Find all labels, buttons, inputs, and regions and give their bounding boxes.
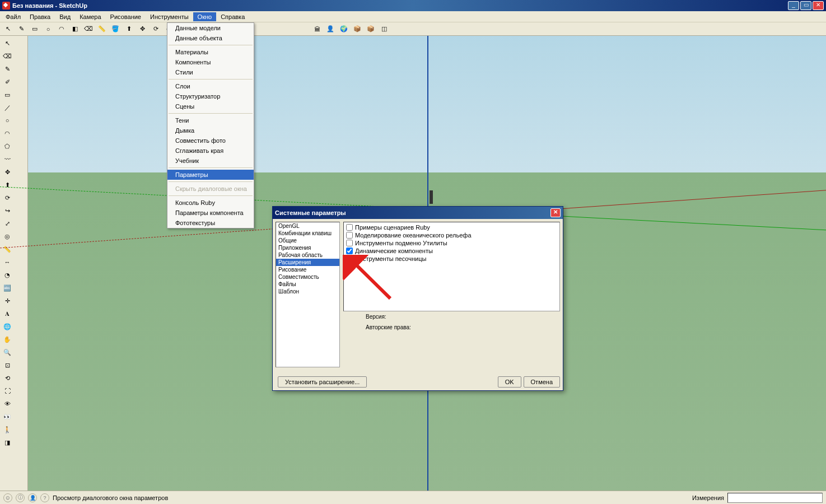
arc2-icon[interactable]: ◠ xyxy=(1,127,13,139)
info-icon[interactable]: ⓘ xyxy=(16,493,25,502)
line-tool-icon[interactable]: ✎ xyxy=(16,24,27,35)
eraser-icon[interactable]: ⌫ xyxy=(1,50,13,62)
ok-button[interactable]: OK xyxy=(498,376,521,388)
arc-tool-icon[interactable]: ◠ xyxy=(56,24,67,35)
menu-help[interactable]: Справка xyxy=(216,12,249,21)
dialog-close-button[interactable]: ✕ xyxy=(550,208,561,217)
position-camera-icon[interactable]: 👁 xyxy=(1,398,13,410)
dd-entity-info[interactable]: Данные объекта xyxy=(167,33,254,43)
offset-icon[interactable]: ◎ xyxy=(1,230,13,242)
pencil2-icon[interactable]: ✐ xyxy=(1,76,13,88)
tape-measure-icon[interactable]: 📏 xyxy=(96,24,108,35)
zoom-extents2-icon[interactable]: ⛶ xyxy=(1,385,13,397)
pushpull-tool-icon[interactable]: ⬆ xyxy=(123,24,134,35)
close-button[interactable]: ✕ xyxy=(813,1,824,10)
preferences-category-list[interactable]: OpenGL Комбинации клавиш Общие Приложени… xyxy=(276,222,340,367)
zoom-prev-icon[interactable]: ⟲ xyxy=(1,372,13,384)
geo-icon[interactable]: ⊙ xyxy=(3,493,12,502)
pan-icon[interactable]: ✋ xyxy=(1,333,13,346)
pencil-icon[interactable]: ✎ xyxy=(1,63,13,75)
axes-icon[interactable]: ✛ xyxy=(1,295,13,307)
install-extension-button[interactable]: Установить расширение... xyxy=(278,376,367,388)
cat-compatibility[interactable]: Совместимость xyxy=(276,273,339,281)
section-plane-icon[interactable]: ◨ xyxy=(1,436,13,449)
dd-fog[interactable]: Дымка xyxy=(167,125,254,136)
cat-files[interactable]: Файлы xyxy=(276,281,339,288)
zoom-window-icon[interactable]: ⊡ xyxy=(1,359,13,371)
cat-workspace[interactable]: Рабочая область xyxy=(276,251,339,259)
dd-photo-textures[interactable]: Фототекстуры xyxy=(167,218,254,228)
scale-icon[interactable]: ⤢ xyxy=(1,217,13,230)
cancel-button[interactable]: Отмена xyxy=(524,376,560,388)
dd-instructor[interactable]: Учебник xyxy=(167,156,254,166)
warehouse-icon[interactable]: 🏛 xyxy=(311,24,323,35)
select-tool-icon[interactable]: ↖ xyxy=(2,24,13,35)
cat-applications[interactable]: Приложения xyxy=(276,244,339,251)
freehand-icon[interactable]: 〰 xyxy=(1,153,13,165)
measurements-input[interactable] xyxy=(727,493,823,503)
line2-icon[interactable]: ／ xyxy=(1,101,13,114)
maximize-button[interactable]: ▭ xyxy=(800,1,811,10)
move-tool-icon[interactable]: ✥ xyxy=(137,24,148,35)
cube-icon[interactable]: ◫ xyxy=(379,24,390,35)
tape-icon[interactable]: 📏 xyxy=(1,243,13,255)
look-around-icon[interactable]: 👀 xyxy=(1,410,13,423)
zoom-icon[interactable]: 🔍 xyxy=(1,346,13,358)
cat-general[interactable]: Общие xyxy=(276,237,339,244)
select-icon[interactable]: ↖ xyxy=(1,37,13,49)
menu-file[interactable]: Файл xyxy=(1,12,25,21)
box-icon[interactable]: 📦 xyxy=(352,24,363,35)
pushpull-icon[interactable]: ⬆ xyxy=(1,179,13,191)
dd-styles[interactable]: Стили xyxy=(167,67,254,77)
help-icon[interactable]: ? xyxy=(40,493,49,502)
rotate-tool-icon[interactable]: ⟳ xyxy=(150,24,161,35)
dd-preferences[interactable]: Параметры xyxy=(167,170,254,180)
move-icon[interactable]: ✥ xyxy=(1,166,13,178)
ext-checkbox-utilities[interactable] xyxy=(346,240,353,246)
ext-checkbox-dynamic-components[interactable] xyxy=(346,248,353,254)
menu-window[interactable]: Окно xyxy=(193,12,217,21)
polygon-icon[interactable]: ⬠ xyxy=(1,140,13,152)
ext-checkbox-ocean-modeling[interactable] xyxy=(346,232,353,239)
circle-tool-icon[interactable]: ○ xyxy=(43,24,54,35)
dd-layers[interactable]: Слои xyxy=(167,81,254,91)
dimension-icon[interactable]: ↔ xyxy=(1,256,13,268)
dd-soften[interactable]: Сглаживать края xyxy=(167,146,254,156)
circle2-icon[interactable]: ○ xyxy=(1,114,13,127)
text-icon[interactable]: 🔤 xyxy=(1,282,13,294)
cat-shortcuts[interactable]: Комбинации клавиш xyxy=(276,230,339,237)
person-status-icon[interactable]: 👤 xyxy=(28,493,37,502)
dd-shadows[interactable]: Тени xyxy=(167,115,254,125)
minimize-button[interactable]: _ xyxy=(788,1,799,10)
person-icon[interactable]: 👤 xyxy=(325,24,336,35)
dialog-titlebar[interactable]: Системные параметры ✕ xyxy=(273,207,563,219)
menu-camera[interactable]: Камера xyxy=(75,12,105,21)
box2-icon[interactable]: 📦 xyxy=(365,24,376,35)
dd-model-info[interactable]: Данные модели xyxy=(167,23,254,33)
cat-extensions[interactable]: Расширения xyxy=(276,259,339,266)
3dtext-icon[interactable]: 𝐀 xyxy=(1,307,13,320)
menu-draw[interactable]: Рисование xyxy=(106,12,146,21)
walk-icon[interactable]: 🚶 xyxy=(1,423,13,436)
menu-view[interactable]: Вид xyxy=(55,12,75,21)
ext-checkbox-ruby-examples[interactable] xyxy=(346,224,353,231)
protractor-icon[interactable]: ◔ xyxy=(1,269,13,281)
dd-match-photo[interactable]: Совместить фото xyxy=(167,136,254,146)
cat-template[interactable]: Шаблон xyxy=(276,288,339,295)
cat-drawing[interactable]: Рисование xyxy=(276,266,339,273)
followme-icon[interactable]: ↪ xyxy=(1,204,13,217)
menu-tools[interactable]: Инструменты xyxy=(146,12,193,21)
dd-components[interactable]: Компоненты xyxy=(167,57,254,67)
dd-component-options[interactable]: Параметры компонента xyxy=(167,208,254,218)
ext-checkbox-sandbox-tools[interactable] xyxy=(346,255,353,262)
rotate-icon[interactable]: ⟳ xyxy=(1,192,13,204)
dd-outliner[interactable]: Структуризатор xyxy=(167,91,254,101)
eraser-tool-icon[interactable]: ⌫ xyxy=(83,24,94,35)
rectangle-tool-icon[interactable]: ▭ xyxy=(29,24,40,35)
orbit-icon[interactable]: 🌐 xyxy=(1,320,13,333)
component-tool-icon[interactable]: ◧ xyxy=(69,24,81,35)
dd-materials[interactable]: Материалы xyxy=(167,47,254,57)
extensions-list[interactable]: Примеры сценариев Ruby Моделирование оке… xyxy=(343,222,560,311)
menu-edit[interactable]: Правка xyxy=(25,12,55,21)
paint-bucket-icon[interactable]: 🪣 xyxy=(110,24,121,35)
